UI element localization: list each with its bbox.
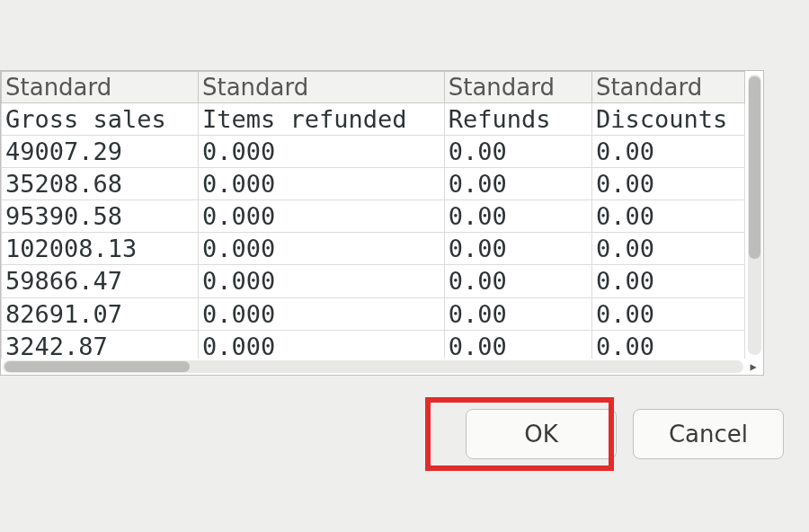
cell-items-refunded: 0.000 xyxy=(198,297,444,330)
cell-items-refunded: 0.000 xyxy=(198,136,444,168)
vertical-scrollbar-thumb[interactable] xyxy=(749,76,760,259)
cancel-button[interactable]: Cancel xyxy=(633,409,784,459)
column-label-3: Discounts xyxy=(591,103,744,136)
data-preview-table-container: Standard Standard Standard Standard Gros… xyxy=(0,70,764,376)
cell-discounts: 0.00 xyxy=(591,297,744,330)
column-type-row: Standard Standard Standard Standard xyxy=(2,72,745,103)
table-row: 82691.07 0.000 0.00 0.00 xyxy=(2,297,745,330)
column-label-2: Refunds xyxy=(444,103,591,136)
table-row: 3242.87 0.000 0.00 0.00 xyxy=(2,330,745,359)
cell-refunds: 0.00 xyxy=(444,297,591,330)
cell-discounts: 0.00 xyxy=(591,233,744,265)
cell-gross-sales: 35208.68 xyxy=(2,168,199,200)
cell-items-refunded: 0.000 xyxy=(198,265,444,297)
column-label-0: Gross sales xyxy=(2,103,199,136)
cell-gross-sales: 102008.13 xyxy=(2,233,199,265)
table-row: 35208.68 0.000 0.00 0.00 xyxy=(2,168,745,200)
cell-refunds: 0.00 xyxy=(444,265,591,297)
dialog-button-row: OK Cancel xyxy=(0,409,791,459)
cell-items-refunded: 0.000 xyxy=(198,168,444,200)
cell-discounts: 0.00 xyxy=(591,168,744,200)
data-preview-table: Standard Standard Standard Standard Gros… xyxy=(1,71,745,359)
table-scroll-area: Standard Standard Standard Standard Gros… xyxy=(1,71,745,359)
cell-gross-sales: 3242.87 xyxy=(2,330,199,359)
ok-button[interactable]: OK xyxy=(466,409,617,459)
column-type-2[interactable]: Standard xyxy=(444,72,591,103)
table-row: 49007.29 0.000 0.00 0.00 xyxy=(2,136,745,168)
cell-refunds: 0.00 xyxy=(444,136,591,168)
cell-refunds: 0.00 xyxy=(444,200,591,233)
column-type-0[interactable]: Standard xyxy=(2,72,199,103)
cell-gross-sales: 95390.58 xyxy=(2,200,199,233)
cell-gross-sales: 82691.07 xyxy=(2,297,199,330)
cell-gross-sales: 49007.29 xyxy=(2,136,199,168)
cell-discounts: 0.00 xyxy=(591,265,744,297)
table-row: 59866.47 0.000 0.00 0.00 xyxy=(2,265,745,297)
cell-items-refunded: 0.000 xyxy=(198,200,444,233)
column-type-3[interactable]: Standard xyxy=(591,72,744,103)
cell-discounts: 0.00 xyxy=(591,200,744,233)
table-row: 102008.13 0.000 0.00 0.00 xyxy=(2,233,745,265)
cell-gross-sales: 59866.47 xyxy=(2,265,199,297)
cell-items-refunded: 0.000 xyxy=(198,233,444,265)
vertical-scrollbar[interactable] xyxy=(748,75,761,355)
horizontal-scrollbar[interactable] xyxy=(3,360,743,373)
horizontal-scrollbar-thumb[interactable] xyxy=(4,361,190,372)
column-type-1[interactable]: Standard xyxy=(198,72,444,103)
table-row: 95390.58 0.000 0.00 0.00 xyxy=(2,200,745,233)
cell-refunds: 0.00 xyxy=(444,330,591,359)
cell-items-refunded: 0.000 xyxy=(198,330,444,359)
cell-discounts: 0.00 xyxy=(591,330,744,359)
cell-discounts: 0.00 xyxy=(591,136,744,168)
column-label-1: Items refunded xyxy=(198,103,444,136)
cell-refunds: 0.00 xyxy=(444,168,591,200)
scroll-right-arrow-icon[interactable]: ▶ xyxy=(747,360,760,373)
cell-refunds: 0.00 xyxy=(444,233,591,265)
column-label-row: Gross sales Items refunded Refunds Disco… xyxy=(2,103,745,136)
